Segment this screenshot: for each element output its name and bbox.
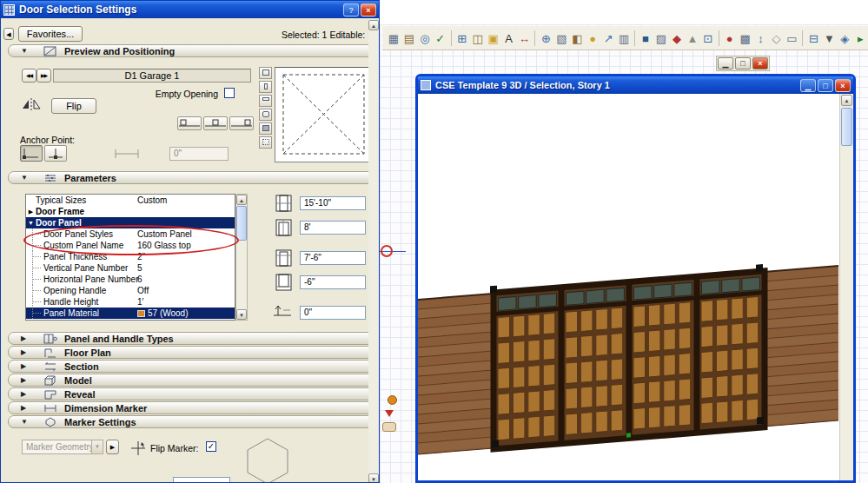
section-dimension-marker[interactable]: ▶ Dimension Marker [8,401,374,414]
toolbar-icon[interactable]: ⊡ [700,30,715,46]
favorites-button[interactable]: Favorites... [18,26,83,42]
maximize-icon[interactable]: □ [818,79,833,92]
help-icon[interactable]: ? [343,3,359,17]
toolbar-icon[interactable]: ▼ [822,30,837,46]
parameters-table-scrollbar[interactable]: ▲ ▼ [235,194,248,321]
anchor-offset-field[interactable]: 0" [169,147,229,161]
marker-size-field[interactable] [173,477,230,483]
parameter-row[interactable]: ▶Door Frame [26,206,235,217]
collapse-panel-button[interactable]: ◀ [3,28,14,40]
section-preview-positioning[interactable]: ▼ Preview and Positioning [8,44,374,57]
section-floor-plan[interactable]: ▶ Floor Plan [8,346,374,359]
scroll-up-icon[interactable]: ▲ [368,20,379,30]
section-model[interactable]: ▶ Model [8,374,374,387]
toolbar-icon[interactable]: ↔ [517,30,532,46]
toolbar-icon[interactable]: ⊟ [806,30,821,46]
preview-mode-photo-icon[interactable] [259,122,272,135]
minimize-icon[interactable]: ▁ [718,57,733,69]
parameter-row[interactable]: Custom Panel Name160 Glass top [26,240,235,251]
frame-width-field[interactable]: 7'-6" [300,251,366,265]
toolbar-icon[interactable]: ● [722,30,737,46]
toolbar-icon[interactable]: ▤ [401,30,416,46]
parameter-row[interactable]: Horizontal Pane Number6 [26,274,235,285]
marker-geometry-select[interactable]: Marker Geometry ▼ [22,440,103,454]
parameter-value[interactable]: Off [137,286,149,295]
section-reveal[interactable]: ▶ Reveal [8,387,374,400]
flip-marker-checkbox[interactable] [206,441,216,452]
parameter-row[interactable]: Handle Height1' [26,296,235,308]
dialog-scrollbar[interactable]: ▲ ▼ [368,20,380,483]
door-width-field[interactable]: 15'-10" [300,196,366,210]
section-section[interactable]: ▶ Section [8,360,374,373]
parameter-value[interactable]: 1' [137,297,143,307]
door-height-field[interactable]: 8' [300,221,366,235]
sill-height-field[interactable]: -6" [300,275,366,289]
anchor-elevation-field[interactable]: 0" [300,306,366,320]
close-icon[interactable]: × [361,3,376,17]
toolbar-icon[interactable]: ▭ [785,30,799,46]
parameter-row[interactable]: Typical SizesCustom [26,195,235,206]
scroll-thumb[interactable] [236,206,247,241]
toolbar-icon[interactable]: ▦ [387,30,401,46]
toolbar-icon[interactable]: ● [586,30,600,46]
toolbar-icon[interactable]: ■ [639,30,653,46]
toolbar-icon[interactable]: ◆ [669,30,684,46]
toolbar-icon[interactable]: ◇ [769,30,784,46]
scroll-down-icon[interactable]: ▼ [368,473,379,483]
toolbar-icon[interactable]: ▥ [617,30,632,46]
parameter-value[interactable]: 160 Glass top [137,241,191,250]
anchor-corner-button[interactable] [20,145,43,162]
section-panel-handle-types[interactable]: ▶ Panel and Handle Types [8,332,374,345]
toolbar-icon[interactable]: ⊞ [454,30,469,46]
anchor-center-button[interactable] [44,145,67,162]
parameter-value[interactable]: 5 [137,263,142,273]
parameter-value[interactable]: 2" [137,252,145,261]
preview-mode-front-icon[interactable] [259,67,272,79]
position-center-button[interactable] [203,116,228,130]
flip-button[interactable]: Flip [51,98,96,114]
toolbar-icon[interactable]: ↕ [753,30,768,46]
viewer-scrollbar[interactable]: ▲ [839,94,853,480]
section-parameters[interactable]: ▼ Parameters [8,171,374,184]
marker-more-button[interactable]: ▶ [106,440,119,454]
preview-mode-info-icon[interactable] [259,136,272,149]
toolbar-icon[interactable]: ◎ [417,30,432,46]
toolbar-icon[interactable]: ◧ [570,30,585,46]
toolbar-icon[interactable]: ▧ [554,30,569,46]
scroll-up-icon[interactable]: ▲ [841,95,852,106]
next-item-button[interactable]: ▶▶ [36,69,51,83]
parameter-row[interactable]: Panel Thickness2" [26,251,235,262]
parameter-row[interactable]: Panel Material57 (Wood) [26,308,235,319]
dialog-titlebar[interactable]: Door Selection Settings ? × [1,1,379,18]
parameter-row[interactable]: Door Panel StylesCustom Panel [26,228,235,240]
toolbar-icon[interactable]: ▨ [654,30,669,46]
toolbar-icon[interactable]: ▲ [685,30,699,46]
preview-mode-side-icon[interactable] [259,81,272,93]
toolbar-icon[interactable]: A [501,30,516,46]
preview-mode-3d-icon[interactable] [259,109,272,121]
toolbar-icon[interactable]: ↗ [601,30,616,46]
preview-mode-top-icon[interactable] [259,95,272,107]
parameter-value[interactable]: 57 (Wood) [137,308,189,318]
section-marker-settings[interactable]: ▼ Marker Settings [8,415,374,428]
toolbar-icon[interactable]: ◈ [838,30,852,46]
scroll-up-icon[interactable]: ▲ [236,195,247,205]
scroll-down-icon[interactable]: ▼ [236,309,247,320]
toolbar-icon[interactable]: ▣ [486,30,500,46]
toolbar-icon[interactable]: ✓ [433,30,447,46]
parameter-value[interactable]: 6 [137,275,142,284]
toolbar-icon[interactable]: ◫ [470,30,485,46]
restore-icon[interactable]: □ [735,57,751,69]
position-right-button[interactable] [229,116,254,130]
parameter-row[interactable]: ▼Door Panel [26,217,235,228]
minimize-icon[interactable]: ▁ [800,79,816,92]
parameter-value[interactable]: Custom [137,195,167,205]
position-left-button[interactable] [177,116,202,130]
parameter-row[interactable]: Vertical Pane Number5 [26,262,235,274]
scroll-thumb[interactable] [841,108,852,146]
previous-item-button[interactable]: ◀◀ [22,69,36,83]
toolbar-icon[interactable]: ▩ [738,30,752,46]
toolbar-icon[interactable]: ▸ [853,30,868,46]
viewer-titlebar[interactable]: CSE Template 9 3D / Selection, Story 1 ▁… [418,76,853,94]
parameter-row[interactable]: Opening HandleOff [26,285,235,296]
